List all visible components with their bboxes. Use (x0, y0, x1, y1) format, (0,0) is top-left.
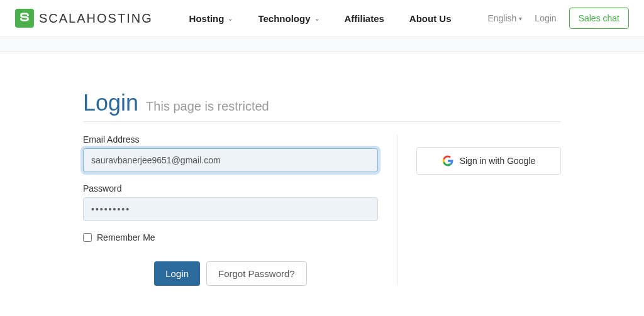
main-content: Login This page is restricted Email Addr… (70, 90, 574, 286)
google-signin-button[interactable]: Sign in with Google (416, 147, 561, 175)
google-label: Sign in with Google (460, 156, 536, 166)
form-buttons: Login Forgot Password? (83, 261, 378, 286)
password-field-group: Password (83, 183, 378, 221)
remember-me-label[interactable]: Remember Me (97, 232, 155, 242)
main-nav: Hosting ⌄ Technology ⌄ Affiliates About … (189, 13, 452, 24)
login-button[interactable]: Login (154, 261, 200, 286)
sales-chat-button[interactable]: Sales chat (569, 8, 629, 29)
forgot-password-button[interactable]: Forgot Password? (206, 261, 307, 286)
sub-header-bar (0, 37, 644, 52)
remember-me-checkbox[interactable] (83, 233, 92, 242)
nav-label: Hosting (189, 13, 225, 24)
nav-item-about[interactable]: About Us (409, 13, 452, 24)
nav-label: Affiliates (345, 13, 384, 24)
nav-label: About Us (409, 13, 452, 24)
top-header: SCALAHOSTING Hosting ⌄ Technology ⌄ Affi… (0, 0, 644, 37)
email-input[interactable] (83, 148, 378, 172)
password-input[interactable] (83, 197, 378, 221)
email-field-group: Email Address (83, 134, 378, 172)
nav-label: Technology (258, 13, 310, 24)
chevron-down-icon: ⌄ (314, 15, 319, 22)
social-login-column: Sign in with Google (397, 134, 561, 286)
caret-down-icon: ▾ (519, 15, 522, 22)
login-link[interactable]: Login (535, 13, 556, 23)
page-title-row: Login This page is restricted (83, 90, 561, 122)
content-columns: Email Address Password Remember Me Login… (83, 134, 561, 286)
chevron-down-icon: ⌄ (228, 15, 233, 22)
email-label: Email Address (83, 134, 378, 144)
page-title: Login (83, 90, 138, 116)
brand-text: SCALAHOSTING (39, 11, 153, 26)
password-label: Password (83, 183, 378, 193)
nav-item-technology[interactable]: Technology ⌄ (258, 13, 319, 24)
brand-logo[interactable]: SCALAHOSTING (15, 9, 153, 28)
language-selector[interactable]: English ▾ (487, 13, 522, 23)
nav-item-hosting[interactable]: Hosting ⌄ (189, 13, 233, 24)
right-nav: English ▾ Login Sales chat (487, 8, 629, 29)
google-icon (442, 155, 453, 166)
page-subtitle: This page is restricted (146, 99, 269, 114)
login-form: Email Address Password Remember Me Login… (83, 134, 397, 286)
remember-me-row: Remember Me (83, 232, 378, 242)
language-label: English (487, 13, 516, 23)
brand-icon (15, 9, 34, 28)
nav-item-affiliates[interactable]: Affiliates (345, 13, 384, 24)
